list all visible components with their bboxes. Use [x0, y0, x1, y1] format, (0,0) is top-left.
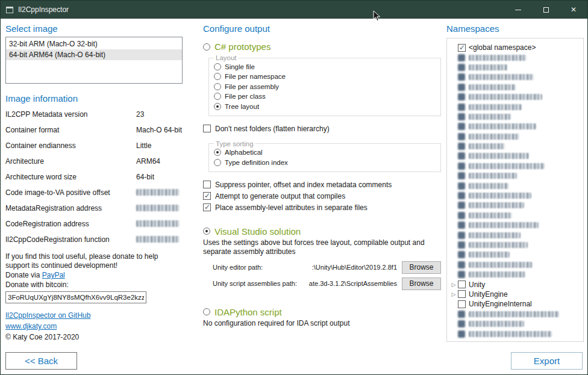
sorting-option[interactable]: Alphabetical — [214, 148, 436, 158]
checkbox-redacted — [458, 163, 465, 170]
github-link[interactable]: Il2CppInspector on GitHub — [5, 311, 183, 320]
output-checkbox[interactable]: Suppress pointer, offset and index metad… — [203, 179, 441, 190]
info-row: Architecture word size64-bit — [5, 173, 183, 188]
checkbox-icon[interactable] — [458, 44, 466, 52]
ida-description: No configuration required for IDA script… — [203, 319, 440, 328]
sorting-option[interactable]: Type definition index — [214, 158, 436, 167]
info-label: Architecture — [5, 157, 136, 166]
layout-option[interactable]: Tree layout — [214, 102, 436, 111]
namespace-item[interactable] — [449, 260, 581, 270]
layout-option[interactable]: File per assembly — [214, 82, 436, 91]
image-listbox[interactable]: 32-bit ARM (Mach-O 32-bit)64-bit ARM64 (… — [5, 37, 183, 84]
checkbox-icon[interactable] — [458, 290, 466, 298]
namespace-label-redacted — [469, 143, 505, 149]
browse-script-button[interactable]: Browse — [402, 277, 441, 290]
close-button[interactable]: ✕ — [560, 1, 587, 19]
namespace-item[interactable] — [449, 102, 581, 111]
checkbox-redacted — [458, 311, 465, 318]
namespace-item[interactable] — [449, 122, 581, 131]
info-value-redacted — [136, 236, 180, 243]
namespace-item[interactable] — [449, 220, 581, 230]
namespace-item[interactable] — [449, 181, 581, 190]
csharp-prototypes-radio[interactable]: C# prototypes — [203, 42, 441, 52]
output-checkbox[interactable]: Attempt to generate output that compiles — [203, 191, 441, 202]
info-row: Container formatMach-O 64-bit — [5, 126, 183, 141]
idapython-radio[interactable]: IDAPython script — [203, 307, 441, 317]
namespace-label-redacted — [469, 242, 528, 248]
minimize-button[interactable] — [504, 1, 532, 19]
namespace-item[interactable] — [449, 211, 581, 220]
layout-option-label: Tree layout — [225, 103, 259, 110]
namespace-item[interactable] — [449, 112, 581, 122]
namespace-item[interactable] — [449, 240, 581, 250]
namespace-item[interactable] — [449, 329, 581, 338]
layout-option[interactable]: File per class — [214, 92, 436, 102]
info-label: Container endianness — [5, 141, 136, 150]
checkbox-redacted — [458, 271, 465, 278]
namespace-item[interactable]: ▷Unity — [449, 279, 581, 289]
checkbox-icon[interactable] — [458, 280, 466, 288]
namespace-label: UnityEngineInternal — [469, 300, 532, 308]
namespace-item[interactable] — [449, 92, 581, 102]
info-row: MetadataRegistration address — [5, 204, 183, 220]
namespace-tree[interactable]: <global namespace>▷Unity▷UnityEngineUnit… — [446, 38, 584, 342]
checkbox-redacted — [458, 261, 465, 268]
checkbox-icon — [203, 192, 211, 200]
namespace-label-redacted — [469, 74, 534, 80]
layout-group: Layout Single fileFile per namespaceFile… — [208, 54, 441, 116]
namespace-item[interactable]: <global namespace> — [449, 43, 581, 52]
browse-editor-button[interactable]: Browse — [402, 261, 441, 274]
output-checkbox[interactable]: Place assembly-level attributes in separ… — [203, 202, 441, 213]
info-value: Mach-O 64-bit — [136, 126, 182, 134]
expander-icon[interactable]: ▷ — [449, 291, 458, 297]
namespace-item[interactable] — [449, 200, 581, 210]
namespace-item[interactable] — [449, 132, 581, 141]
type-sorting-group: Type sorting AlphabeticalType definition… — [208, 140, 441, 172]
visual-studio-radio[interactable]: Visual Studio solution — [203, 226, 441, 237]
namespace-item[interactable] — [449, 82, 581, 92]
namespace-item[interactable] — [449, 309, 581, 319]
checkbox-redacted — [458, 320, 465, 327]
namespace-item[interactable]: UnityEngineInternal — [449, 299, 581, 309]
info-label: Il2CppCodeRegistration function — [5, 235, 136, 244]
namespace-item[interactable] — [449, 72, 581, 82]
layout-option[interactable]: Single file — [214, 62, 436, 72]
checkbox-redacted — [458, 73, 465, 81]
radio-icon — [203, 308, 210, 315]
namespace-item[interactable] — [449, 319, 581, 329]
info-value: ARM64 — [136, 157, 160, 166]
namespace-item[interactable] — [449, 151, 581, 161]
checkbox-icon — [203, 203, 211, 211]
paypal-link[interactable]: PayPal — [42, 271, 65, 279]
namespace-item[interactable]: ▷UnityEngine — [449, 290, 581, 299]
namespace-item[interactable] — [449, 141, 581, 151]
namespace-item[interactable] — [449, 250, 581, 259]
checkbox-icon[interactable] — [458, 300, 466, 308]
flatten-checkbox[interactable]: Don't nest folders (flatten hierarchy) — [203, 123, 441, 134]
namespace-label-redacted — [469, 183, 508, 189]
copyright: © Katy Coe 2017-2020 — [5, 332, 183, 342]
namespace-item[interactable] — [449, 230, 581, 240]
info-row: ArchitectureARM64 — [5, 157, 183, 173]
info-label: CodeRegistration address — [5, 220, 136, 228]
checkbox-icon — [203, 125, 211, 132]
website-link[interactable]: www.djkaty.com — [5, 321, 183, 331]
namespace-item[interactable] — [449, 171, 581, 181]
bitcoin-address-input[interactable] — [5, 291, 146, 303]
layout-option[interactable]: File per namespace — [214, 72, 436, 82]
image-list-item[interactable]: 64-bit ARM64 (Mach-O 64-bit) — [6, 49, 182, 60]
namespace-item[interactable] — [449, 270, 581, 279]
namespace-item[interactable] — [449, 191, 581, 200]
info-label: Container format — [5, 126, 136, 134]
namespace-item[interactable] — [449, 63, 581, 72]
export-button[interactable]: Export — [511, 352, 583, 370]
namespace-item[interactable] — [449, 161, 581, 171]
expander-icon[interactable]: ▷ — [449, 282, 458, 288]
maximize-button[interactable] — [532, 1, 560, 19]
checkbox-redacted — [458, 104, 465, 111]
image-list-item[interactable]: 32-bit ARM (Mach-O 32-bit) — [6, 39, 182, 49]
configure-output-panel: Configure output C# prototypes Layout Si… — [203, 19, 441, 328]
back-button[interactable]: << Back — [5, 352, 77, 370]
namespace-item[interactable] — [449, 52, 581, 62]
output-checkbox-label: Attempt to generate output that compiles — [215, 192, 345, 200]
